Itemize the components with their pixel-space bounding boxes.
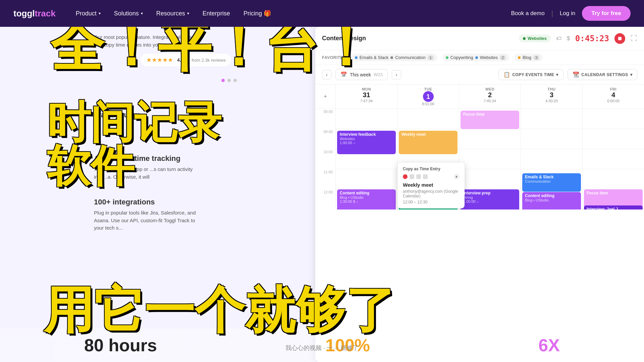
- nav-links: Product ▾ Solutions ▾ Resources ▾ Enterp…: [76, 10, 271, 17]
- timer-display: 0:45:23: [575, 34, 609, 43]
- times-column: 08:00 09:00 10:00 11:00 12:00: [315, 109, 335, 209]
- next-week-button[interactable]: ›: [392, 70, 401, 79]
- logo[interactable]: toggltrack: [13, 8, 56, 19]
- indicator-dot-1[interactable]: [221, 79, 225, 82]
- billing-icon[interactable]: $: [567, 36, 570, 42]
- project-dot: [523, 37, 526, 40]
- popup-event-title: Weekly meet: [403, 182, 459, 188]
- time-0900: 09:00: [315, 129, 335, 149]
- integ-feature-title: 100+ integrations: [94, 198, 201, 206]
- stat-6x: 6X: [538, 335, 560, 355]
- navigation: toggltrack Product ▾ Solutions ▾ Resourc…: [0, 0, 644, 27]
- fav-dot-blog: [518, 56, 521, 59]
- add-time-button[interactable]: +: [315, 84, 335, 109]
- tag-icon[interactable]: 🏷: [556, 36, 561, 42]
- fav-dot-copy: [446, 56, 448, 59]
- popup-header: Copy as Time Entry: [403, 167, 459, 171]
- event-interview-prep[interactable]: Interview prep Hiring 1:00:00 ⬦: [461, 189, 519, 209]
- nav-pricing[interactable]: Pricing 🎁: [244, 10, 271, 17]
- copy-events-button[interactable]: 📋 COPY EVENTS TIME ▾: [498, 69, 564, 80]
- timer-bar: Content design Websites 🏷 $ 0:45:23 ⛶: [315, 27, 644, 50]
- popup-action-2[interactable]: [416, 174, 421, 179]
- watermark: 我心心的视频 · 一→ 就够了: [285, 344, 359, 352]
- auto-feature-body: ...tracking for any app or ...s can turn…: [94, 166, 201, 181]
- nav-product[interactable]: Product ▾: [76, 10, 101, 17]
- popup-close-button[interactable]: ×: [454, 174, 459, 179]
- integ-feature-body: Plug in popular tools like Jira, Salesfo…: [94, 209, 201, 232]
- time-1000: 10:00: [315, 149, 335, 169]
- favorites-label: FAVORITES: [322, 55, 346, 60]
- event-emails-slack[interactable]: Emails & Slack Communication: [522, 173, 581, 192]
- event-focus-wed[interactable]: Focus time: [461, 111, 519, 129]
- review-bar: ★★★★★ 4.7/5 from 2.3k reviews: [141, 54, 231, 66]
- stat-80-hours: 80 hours: [84, 335, 157, 355]
- popup-color-dot: [403, 174, 408, 179]
- favorites-bar: FAVORITES Emails & Slack Communication 1…: [315, 50, 644, 65]
- fav-blog[interactable]: Blog 3: [515, 54, 543, 61]
- event-weekly-meet[interactable]: Weekly meet: [399, 131, 458, 154]
- calendar-body: 08:00 09:00 10:00 11:00 12:00 Interview …: [315, 109, 644, 209]
- copy-icon: 📋: [503, 71, 511, 78]
- chevron-down-icon: ▾: [556, 72, 558, 77]
- popup-time: 12:00 – 12:30: [403, 200, 459, 204]
- auto-feature-title: Automated time tracking: [94, 154, 201, 163]
- day-header-tue: TUE 1 8:01:00: [397, 84, 459, 109]
- week-selector[interactable]: 📅 This week W23: [335, 69, 388, 80]
- nav-enterprise[interactable]: Enterprise: [203, 10, 230, 17]
- project-tag[interactable]: Websites: [519, 35, 551, 42]
- nav-solutions[interactable]: Solutions ▾: [114, 10, 143, 17]
- event-content-editing-mon[interactable]: Content editing Blog • UStudio 1:30:00 $…: [337, 189, 396, 209]
- event-interview-feedback[interactable]: Interview feedback Websites 1:00:00 ⬦: [337, 131, 396, 154]
- indicator-dot-3[interactable]: [233, 79, 237, 82]
- task-title: Content design: [322, 35, 514, 42]
- carousel-indicators: [221, 79, 237, 82]
- cal-nav-left: ‹ 📅 This week W23 ›: [322, 69, 401, 80]
- logo-text: toggltrack: [13, 8, 56, 19]
- day-header-wed: WED 2 7:45:34: [459, 84, 521, 109]
- popup-location: anthony@agency.com (Google Calendar): [403, 189, 459, 198]
- day-headers: + MON 31 7:47:34 TUE 1 8:01:00 WED 2 7:4…: [315, 84, 644, 109]
- event-interview-joel[interactable]: Interview: Joel J: [584, 205, 643, 209]
- day-col-mon: Interview feedback Websites 1:00:00 ⬦ Co…: [335, 109, 397, 209]
- fav-dot-emails: [355, 56, 358, 59]
- book-demo-button[interactable]: Book a demo: [511, 10, 544, 17]
- track-feature-section: Track your w...: [94, 111, 145, 119]
- fav-dot-comm: [390, 56, 393, 59]
- fav-emails-slack[interactable]: Emails & Slack Communication 1: [352, 54, 437, 61]
- day-header-mon: MON 31 7:47:34: [335, 84, 397, 109]
- prev-week-button[interactable]: ‹: [322, 70, 331, 79]
- indicator-dot-2[interactable]: [227, 79, 231, 82]
- calendar-app: Content design Websites 🏷 $ 0:45:23 ⛶ FA…: [315, 27, 644, 362]
- calendar-feature-desc: Our most popular feature. Integrate cale…: [94, 34, 205, 49]
- day-col-wed: Focus time Interview prep Hiring 1:00:00…: [459, 109, 521, 209]
- event-popup: Copy as Time Entry × Weekly meet anthony…: [397, 163, 465, 208]
- time-1100: 11:00: [315, 169, 335, 189]
- calendar-icon: 📅: [340, 71, 347, 78]
- day-header-thu: THU 3 4:30:20: [521, 84, 582, 109]
- chevron-down-icon: ▾: [99, 11, 101, 16]
- day-col-fri: Focus time Interview: Joel J: [582, 109, 644, 209]
- day-header-fri: FRI 4 0:00:00: [582, 84, 644, 109]
- calendar-nav: ‹ 📅 This week W23 › 📋 COPY EVENTS TIME ▾…: [315, 65, 644, 84]
- event-content-editing-thu[interactable]: Content editing Blog • UStudio: [522, 192, 581, 209]
- stop-icon: [618, 37, 622, 40]
- rating-value: 4.7/5: [177, 57, 187, 63]
- review-count: from 2.3k reviews: [192, 58, 226, 63]
- integ-feature-section: 100+ integrations Plug in popular tools …: [94, 198, 201, 232]
- login-button[interactable]: Log in: [560, 10, 575, 17]
- nav-resources[interactable]: Resources ▾: [156, 10, 189, 17]
- fav-dot-web: [475, 56, 478, 59]
- chevron-down-icon: ▾: [630, 72, 633, 77]
- expand-icon[interactable]: ⛶: [631, 35, 637, 42]
- day-col-thu: Emails & Slack Communication Content edi…: [521, 109, 582, 209]
- try-free-button[interactable]: Try for free: [582, 6, 631, 21]
- day-col-tue: Copy as Time Entry × Weekly meet anthony…: [397, 109, 459, 209]
- calendar-settings-button[interactable]: 📆 CALENDAR SETTINGS ▾: [568, 69, 637, 80]
- fav-copywriting[interactable]: Copywriting Websites 2: [442, 54, 509, 61]
- popup-action-1[interactable]: [410, 174, 414, 179]
- time-0800: 08:00: [315, 109, 335, 129]
- track-feature-title: Track your w...: [94, 111, 145, 119]
- auto-feature-section: Automated time tracking ...tracking for …: [94, 154, 201, 181]
- stop-button[interactable]: [614, 33, 625, 44]
- popup-action-3[interactable]: [423, 174, 428, 179]
